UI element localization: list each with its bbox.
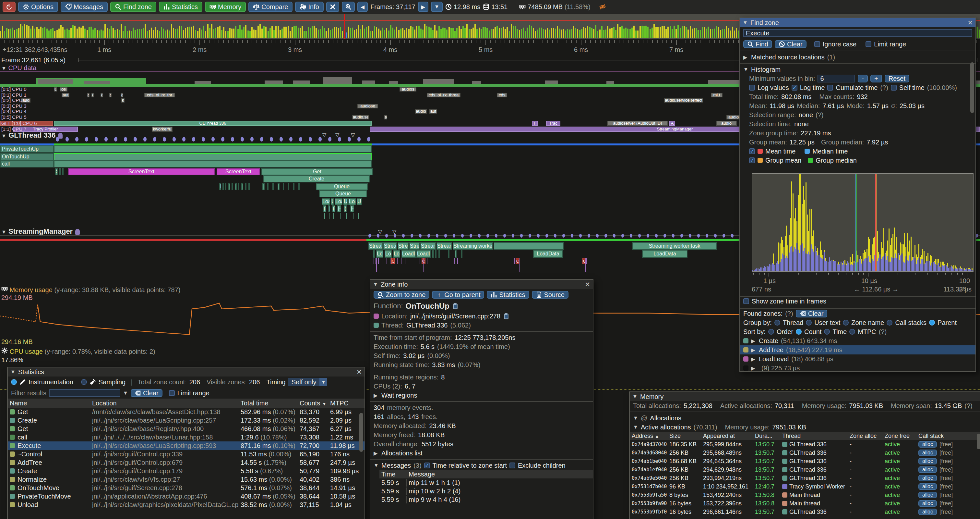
frame-bar[interactable]: [223, 27, 224, 38]
frame-bar[interactable]: [643, 26, 645, 38]
allocation-row[interactable]: 0x7553b9fbf016 bytes296,661,146ns13:50.7…: [630, 508, 980, 516]
frame-bar[interactable]: [465, 28, 466, 38]
zone-bar[interactable]: PrivateTouchUp: [0, 145, 54, 153]
frame-bar[interactable]: [547, 28, 548, 38]
frame-bar[interactable]: [695, 28, 697, 38]
zone-bar[interactable]: Strean: [383, 242, 397, 250]
frame-bar[interactable]: [607, 26, 608, 38]
zone-bar[interactable]: ScreenText: [68, 168, 215, 175]
close-icon[interactable]: ✕: [585, 280, 590, 288]
frame-bar[interactable]: [609, 29, 611, 38]
frame-bar[interactable]: [135, 30, 136, 38]
sampling-radio[interactable]: [81, 379, 87, 385]
frame-bar[interactable]: [121, 24, 122, 38]
alloc-column-header[interactable]: Appeared at: [701, 433, 753, 439]
frame-bar[interactable]: [730, 30, 731, 38]
zone-bar[interactable]: Up: [357, 198, 362, 205]
zone-bar[interactable]: |~: [337, 205, 341, 212]
allocation-row[interactable]: 0x7553b9fa508 bytes153,492,240ns13:50.8M…: [630, 491, 980, 499]
frame-bar[interactable]: [480, 29, 482, 38]
cpu-zone-block[interactable]: aut: [62, 93, 69, 97]
cpu-zone-block[interactable]: c: [100, 93, 103, 97]
frame-bar[interactable]: [72, 25, 73, 38]
frame-bar[interactable]: [690, 26, 691, 38]
message-row[interactable]: 5.59 smip 11 w 1 h 1 (1): [379, 478, 593, 487]
frame-bar[interactable]: [577, 29, 578, 38]
alloc-callstack-button[interactable]: alloc: [918, 441, 937, 447]
zone-bar[interactable]: [493, 242, 563, 250]
frame-bar[interactable]: [452, 28, 454, 38]
frame-bar[interactable]: [613, 27, 614, 38]
frame-bar[interactable]: [350, 28, 351, 38]
zone-bar[interactable]: [54, 153, 372, 160]
frame-bar[interactable]: [12, 27, 13, 38]
frame-bar[interactable]: [6, 28, 8, 38]
allocation-row[interactable]: 0x74ab1be040186.68 KB294,645,364ns13:50.…: [630, 457, 980, 465]
frame-bar[interactable]: [340, 27, 341, 38]
frame-bar[interactable]: [595, 25, 597, 38]
frame-bar[interactable]: [374, 26, 375, 38]
frame-bar[interactable]: [432, 30, 434, 38]
frame-bar[interactable]: [412, 27, 414, 38]
frame-bar[interactable]: [84, 29, 86, 38]
limit-range-checkbox[interactable]: [169, 390, 175, 396]
frame-bar[interactable]: [390, 25, 391, 38]
group-by-parent[interactable]: [929, 320, 935, 326]
frame-bar[interactable]: [424, 24, 425, 38]
frame-bar[interactable]: [466, 24, 468, 38]
frame-bar[interactable]: [456, 28, 458, 38]
sample-dot[interactable]: [377, 234, 379, 238]
clipboard-icon[interactable]: [452, 303, 458, 309]
alloc-column-header[interactable]: Thread: [780, 433, 848, 439]
frame-bar[interactable]: [692, 29, 693, 38]
zone-bar[interactable]: [241, 183, 243, 190]
found-zone-row[interactable]: ▶Create(54,131) 643.34 ms: [740, 336, 976, 345]
frame-bar[interactable]: [724, 29, 725, 38]
sample-dot[interactable]: [289, 137, 293, 142]
frame-bar[interactable]: [34, 29, 35, 38]
compare-button[interactable]: Compare: [248, 2, 293, 12]
alloc-callstack-button[interactable]: alloc: [918, 500, 937, 507]
table-row[interactable]: calljni/../jni/../../../src/claw/base/Lu…: [8, 433, 364, 441]
glthread-header[interactable]: ▼ GLThread 336: [1, 131, 63, 140]
frame-bar[interactable]: [300, 28, 301, 38]
frame-bar[interactable]: [404, 30, 406, 38]
frame-bar[interactable]: [645, 26, 647, 38]
frame-bar[interactable]: [442, 27, 444, 38]
frame-bar[interactable]: [149, 30, 150, 38]
frame-bar[interactable]: [324, 28, 325, 38]
cpu-plot-header[interactable]: CPU usage (y-range: 0.78%, visible data …: [1, 347, 155, 355]
frame-bar[interactable]: [360, 29, 361, 38]
frame-bar[interactable]: [239, 25, 240, 38]
frame-bar[interactable]: [676, 29, 677, 38]
sample-dot[interactable]: [192, 137, 195, 142]
frame-bar[interactable]: [601, 26, 603, 38]
sample-dot[interactable]: [680, 234, 683, 238]
frame-bar[interactable]: [44, 27, 45, 38]
allocation-row[interactable]: 0x74ab9e5040256 KB293,994,219ns13:50.7GL…: [630, 474, 980, 482]
frame-bar[interactable]: [91, 27, 92, 38]
zone-bar[interactable]: U: [331, 198, 334, 205]
frame-bar[interactable]: [123, 31, 124, 38]
frame-bar[interactable]: [485, 27, 486, 38]
frame-bar[interactable]: [280, 30, 281, 38]
sample-dot[interactable]: [638, 234, 641, 238]
min-bin-input[interactable]: 6: [818, 75, 855, 83]
zone-bar[interactable]: [278, 183, 280, 190]
frame-bar[interactable]: [726, 26, 727, 38]
sample-dot[interactable]: [124, 137, 127, 142]
frame-bar[interactable]: [376, 27, 377, 38]
frame-bar[interactable]: [454, 31, 456, 38]
found-zone-row[interactable]: ▶(9) 225.73 µs: [740, 364, 976, 372]
frame-bar[interactable]: [76, 29, 78, 38]
frame-bar[interactable]: [406, 28, 407, 38]
zone-bar[interactable]: LoadDaU: [417, 250, 431, 258]
frame-bar[interactable]: [561, 30, 562, 38]
zone-bar[interactable]: |~: [350, 205, 354, 212]
sample-dot[interactable]: [410, 234, 413, 238]
frame-bar[interactable]: [304, 31, 305, 38]
frame-bar[interactable]: [567, 29, 568, 38]
instrumentation-radio[interactable]: [11, 379, 17, 385]
zone-bar[interactable]: call: [0, 160, 54, 168]
frame-bar[interactable]: [625, 27, 627, 38]
